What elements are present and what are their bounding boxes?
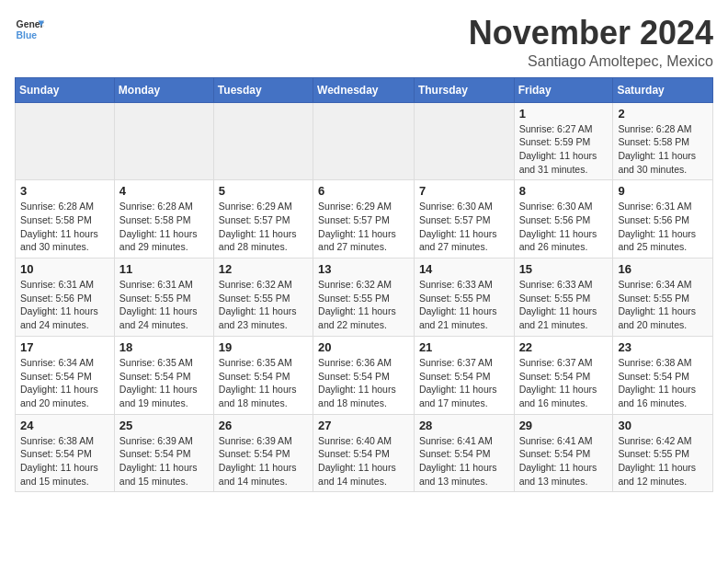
day-number: 21 xyxy=(419,340,509,354)
day-number: 3 xyxy=(20,184,109,198)
day-info: Sunrise: 6:39 AM Sunset: 5:54 PM Dayligh… xyxy=(219,434,308,488)
calendar-cell: 15Sunrise: 6:33 AM Sunset: 5:55 PM Dayli… xyxy=(514,259,613,337)
location-title: Santiago Amoltepec, Mexico xyxy=(469,53,713,70)
day-header-thursday: Thursday xyxy=(414,77,514,102)
calendar-cell: 1Sunrise: 6:27 AM Sunset: 5:59 PM Daylig… xyxy=(514,102,613,180)
calendar-week-3: 10Sunrise: 6:31 AM Sunset: 5:56 PM Dayli… xyxy=(16,259,713,337)
day-number: 5 xyxy=(219,184,308,198)
calendar-cell: 30Sunrise: 6:42 AM Sunset: 5:55 PM Dayli… xyxy=(613,414,713,492)
calendar-cell: 9Sunrise: 6:31 AM Sunset: 5:56 PM Daylig… xyxy=(613,180,713,259)
calendar-cell: 3Sunrise: 6:28 AM Sunset: 5:58 PM Daylig… xyxy=(16,180,115,259)
day-info: Sunrise: 6:38 AM Sunset: 5:54 PM Dayligh… xyxy=(20,434,109,488)
day-info: Sunrise: 6:29 AM Sunset: 5:57 PM Dayligh… xyxy=(219,200,308,254)
day-header-tuesday: Tuesday xyxy=(213,77,313,102)
day-number: 15 xyxy=(519,262,609,276)
day-info: Sunrise: 6:36 AM Sunset: 5:54 PM Dayligh… xyxy=(318,356,409,410)
day-info: Sunrise: 6:28 AM Sunset: 5:58 PM Dayligh… xyxy=(20,200,109,254)
calendar-cell: 4Sunrise: 6:28 AM Sunset: 5:58 PM Daylig… xyxy=(114,180,213,259)
day-info: Sunrise: 6:35 AM Sunset: 5:54 PM Dayligh… xyxy=(219,356,308,410)
calendar-week-2: 3Sunrise: 6:28 AM Sunset: 5:58 PM Daylig… xyxy=(16,180,713,259)
day-info: Sunrise: 6:33 AM Sunset: 5:55 PM Dayligh… xyxy=(419,278,509,332)
calendar-cell: 16Sunrise: 6:34 AM Sunset: 5:55 PM Dayli… xyxy=(613,259,713,337)
day-number: 18 xyxy=(119,340,209,354)
day-info: Sunrise: 6:31 AM Sunset: 5:55 PM Dayligh… xyxy=(119,278,209,332)
calendar-cell: 17Sunrise: 6:34 AM Sunset: 5:54 PM Dayli… xyxy=(16,336,115,414)
calendar-cell: 22Sunrise: 6:37 AM Sunset: 5:54 PM Dayli… xyxy=(514,336,613,414)
calendar-cell: 8Sunrise: 6:30 AM Sunset: 5:56 PM Daylig… xyxy=(514,180,613,259)
day-info: Sunrise: 6:41 AM Sunset: 5:54 PM Dayligh… xyxy=(419,434,509,488)
day-header-saturday: Saturday xyxy=(613,77,713,102)
day-info: Sunrise: 6:42 AM Sunset: 5:55 PM Dayligh… xyxy=(618,434,708,488)
day-number: 12 xyxy=(219,262,308,276)
calendar-cell: 6Sunrise: 6:29 AM Sunset: 5:57 PM Daylig… xyxy=(313,180,415,259)
calendar-cell: 11Sunrise: 6:31 AM Sunset: 5:55 PM Dayli… xyxy=(114,259,213,337)
day-info: Sunrise: 6:31 AM Sunset: 5:56 PM Dayligh… xyxy=(20,278,109,332)
day-number: 29 xyxy=(519,419,609,432)
day-number: 19 xyxy=(219,340,308,354)
day-info: Sunrise: 6:37 AM Sunset: 5:54 PM Dayligh… xyxy=(419,356,509,410)
day-number: 10 xyxy=(20,262,109,276)
logo-icon: General Blue xyxy=(15,15,44,44)
calendar-cell: 5Sunrise: 6:29 AM Sunset: 5:57 PM Daylig… xyxy=(213,180,313,259)
calendar-week-4: 17Sunrise: 6:34 AM Sunset: 5:54 PM Dayli… xyxy=(16,336,713,414)
calendar-cell xyxy=(16,102,115,180)
day-info: Sunrise: 6:31 AM Sunset: 5:56 PM Dayligh… xyxy=(618,200,708,254)
day-info: Sunrise: 6:35 AM Sunset: 5:54 PM Dayligh… xyxy=(119,356,209,410)
day-info: Sunrise: 6:34 AM Sunset: 5:55 PM Dayligh… xyxy=(618,278,708,332)
logo: General Blue xyxy=(15,15,44,44)
day-info: Sunrise: 6:41 AM Sunset: 5:54 PM Dayligh… xyxy=(519,434,609,488)
day-number: 24 xyxy=(20,419,109,432)
calendar-cell: 20Sunrise: 6:36 AM Sunset: 5:54 PM Dayli… xyxy=(313,336,415,414)
calendar-cell: 19Sunrise: 6:35 AM Sunset: 5:54 PM Dayli… xyxy=(213,336,313,414)
day-header-sunday: Sunday xyxy=(16,77,115,102)
day-number: 16 xyxy=(618,262,708,276)
month-title: November 2024 xyxy=(469,15,713,52)
day-number: 28 xyxy=(419,419,509,432)
day-info: Sunrise: 6:27 AM Sunset: 5:59 PM Dayligh… xyxy=(519,122,609,177)
day-header-monday: Monday xyxy=(114,77,213,102)
day-number: 23 xyxy=(618,340,708,354)
day-number: 6 xyxy=(318,184,409,198)
day-number: 14 xyxy=(419,262,509,276)
calendar-cell: 13Sunrise: 6:32 AM Sunset: 5:55 PM Dayli… xyxy=(313,259,415,337)
calendar-cell: 24Sunrise: 6:38 AM Sunset: 5:54 PM Dayli… xyxy=(16,414,115,492)
calendar-cell xyxy=(414,102,514,180)
day-number: 11 xyxy=(119,262,209,276)
day-number: 22 xyxy=(519,340,609,354)
day-info: Sunrise: 6:33 AM Sunset: 5:55 PM Dayligh… xyxy=(519,278,609,332)
day-number: 27 xyxy=(318,419,409,432)
day-number: 17 xyxy=(20,340,109,354)
day-info: Sunrise: 6:28 AM Sunset: 5:58 PM Dayligh… xyxy=(119,200,209,254)
calendar-cell: 29Sunrise: 6:41 AM Sunset: 5:54 PM Dayli… xyxy=(514,414,613,492)
day-header-friday: Friday xyxy=(514,77,613,102)
day-info: Sunrise: 6:30 AM Sunset: 5:56 PM Dayligh… xyxy=(519,200,609,254)
page-header: General Blue November 2024 Santiago Amol… xyxy=(15,15,713,70)
calendar-cell: 2Sunrise: 6:28 AM Sunset: 5:58 PM Daylig… xyxy=(613,102,713,180)
day-number: 4 xyxy=(119,184,209,198)
title-block: November 2024 Santiago Amoltepec, Mexico xyxy=(469,15,713,70)
day-info: Sunrise: 6:29 AM Sunset: 5:57 PM Dayligh… xyxy=(318,200,409,254)
day-number: 8 xyxy=(519,184,609,198)
day-number: 20 xyxy=(318,340,409,354)
day-info: Sunrise: 6:28 AM Sunset: 5:58 PM Dayligh… xyxy=(618,122,708,177)
day-info: Sunrise: 6:30 AM Sunset: 5:57 PM Dayligh… xyxy=(419,200,509,254)
svg-text:Blue: Blue xyxy=(17,30,38,40)
day-number: 7 xyxy=(419,184,509,198)
day-number: 26 xyxy=(219,419,308,432)
calendar-header-row: SundayMondayTuesdayWednesdayThursdayFrid… xyxy=(16,77,713,102)
calendar-cell: 12Sunrise: 6:32 AM Sunset: 5:55 PM Dayli… xyxy=(213,259,313,337)
day-number: 2 xyxy=(618,107,708,121)
day-number: 30 xyxy=(618,419,708,432)
calendar-cell xyxy=(213,102,313,180)
calendar-cell xyxy=(313,102,415,180)
day-info: Sunrise: 6:40 AM Sunset: 5:54 PM Dayligh… xyxy=(318,434,409,488)
calendar-week-1: 1Sunrise: 6:27 AM Sunset: 5:59 PM Daylig… xyxy=(16,102,713,180)
day-number: 9 xyxy=(618,184,708,198)
day-number: 1 xyxy=(519,107,609,121)
day-header-wednesday: Wednesday xyxy=(313,77,415,102)
day-info: Sunrise: 6:34 AM Sunset: 5:54 PM Dayligh… xyxy=(20,356,109,410)
calendar-cell: 27Sunrise: 6:40 AM Sunset: 5:54 PM Dayli… xyxy=(313,414,415,492)
calendar-table: SundayMondayTuesdayWednesdayThursdayFrid… xyxy=(15,77,713,493)
calendar-cell: 21Sunrise: 6:37 AM Sunset: 5:54 PM Dayli… xyxy=(414,336,514,414)
day-info: Sunrise: 6:32 AM Sunset: 5:55 PM Dayligh… xyxy=(318,278,409,332)
